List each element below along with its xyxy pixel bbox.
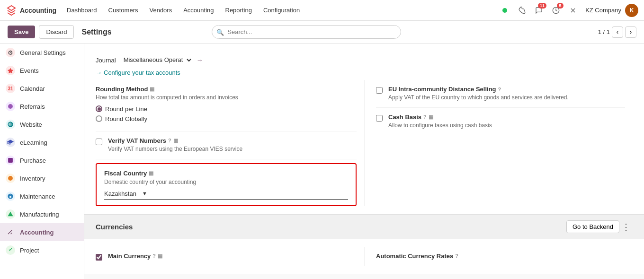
- nav-icons: 11 5 KZ Company K: [498, 4, 638, 17]
- prev-page-button[interactable]: ‹: [612, 26, 623, 38]
- chat-icon[interactable]: 11: [532, 4, 546, 17]
- sidebar-item-events[interactable]: Events: [0, 61, 84, 79]
- brand-icon: [6, 5, 17, 16]
- sidebar-label-accounting: Accounting: [20, 229, 54, 236]
- sidebar-item-inventory[interactable]: Inventory: [0, 169, 84, 187]
- main-currency-grid-icon: ▦: [158, 253, 162, 259]
- eu-intra-content: EU Intra-community Distance Selling ? Ap…: [388, 86, 625, 102]
- page-title: Settings: [81, 28, 111, 36]
- settings-left-col: Rounding Method ▦ How total tax amount i…: [96, 80, 364, 206]
- top-navigation: Accounting Dashboard Customers Vendors A…: [0, 0, 644, 21]
- rounding-method-content: Rounding Method ▦ How total tax amount i…: [96, 86, 357, 125]
- more-options-button[interactable]: ⋮: [619, 220, 633, 234]
- sidebar-label-website: Website: [20, 121, 42, 128]
- phone-icon[interactable]: [515, 4, 528, 17]
- toolbar: Save Discard Settings 🔍 1 / 1 ‹ ›: [0, 21, 644, 44]
- journal-label: Journal: [96, 57, 116, 64]
- next-page-button[interactable]: ›: [625, 26, 636, 38]
- nav-configuration[interactable]: Configuration: [259, 5, 304, 16]
- sidebar-item-manufacturing[interactable]: Manufacturing: [0, 205, 84, 223]
- journal-arrow-icon[interactable]: →: [197, 56, 203, 64]
- fiscal-country-dropdown-icon: ▼: [142, 191, 147, 196]
- sidebar-label-maintenance: Maintenance: [20, 193, 55, 200]
- cash-basis-content: Cash Basis ? ▦ Allow to configure taxes …: [388, 113, 625, 130]
- verify-vat-checkbox[interactable]: [96, 139, 102, 145]
- main-currency-label: Main Currency ? ▦: [108, 253, 357, 260]
- nav-dashboard[interactable]: Dashboard: [62, 5, 102, 16]
- search-icon: 🔍: [216, 28, 224, 35]
- search-bar: 🔍: [212, 25, 401, 39]
- rounding-method-item: Rounding Method ▦ How total tax amount i…: [96, 80, 357, 131]
- svg-marker-10: [8, 211, 13, 216]
- eu-intra-item: EU Intra-community Distance Selling ? Ap…: [376, 80, 625, 108]
- sidebar-item-accounting[interactable]: Accounting: [0, 223, 84, 241]
- purchase-icon: [6, 156, 15, 165]
- currencies-section-header: Currencies Go to Backend ⋮: [84, 214, 644, 239]
- discard-button[interactable]: Discard: [39, 25, 74, 39]
- auto-currency-question-icon: ?: [455, 253, 458, 259]
- search-input[interactable]: [212, 25, 401, 39]
- nav-accounting[interactable]: Accounting: [179, 5, 218, 16]
- manufacturing-icon: [6, 209, 15, 219]
- sidebar-label-events: Events: [20, 67, 39, 74]
- elearning-icon: [6, 138, 15, 147]
- fiscal-country-label: Fiscal Country ▦: [104, 170, 348, 177]
- save-button[interactable]: Save: [8, 26, 35, 38]
- sidebar-item-website[interactable]: Website: [0, 115, 84, 133]
- nav-reporting[interactable]: Reporting: [221, 5, 257, 16]
- svg-point-9: [8, 176, 13, 181]
- journal-select[interactable]: Miscellaneous Operat: [120, 55, 193, 65]
- round-globally-radio[interactable]: [96, 115, 102, 122]
- round-per-line-label: Round per Line: [105, 105, 147, 113]
- settings-right-col: EU Intra-community Distance Selling ? Ap…: [364, 80, 633, 206]
- calendar-icon: 31: [6, 84, 15, 93]
- fiscal-country-desc: Domestic country of your accounting: [104, 179, 348, 185]
- sidebar-item-elearning[interactable]: eLearning: [0, 133, 84, 151]
- cash-basis-grid-icon: ▦: [429, 114, 433, 120]
- settings-grid: Rounding Method ▦ How total tax amount i…: [96, 80, 633, 206]
- eu-intra-question-icon: ?: [498, 87, 501, 92]
- fiscal-country-text: Fiscal Country: [104, 170, 147, 177]
- avatar[interactable]: K: [625, 4, 638, 17]
- sidebar-item-purchase[interactable]: Purchase: [0, 151, 84, 169]
- clock-icon[interactable]: 5: [549, 4, 563, 17]
- auto-currency-label: Automatic Currency Rates ?: [376, 253, 625, 260]
- auto-currency-text: Automatic Currency Rates: [376, 253, 453, 260]
- close-icon[interactable]: [566, 4, 580, 17]
- auto-currency-item: Automatic Currency Rates ?: [376, 247, 625, 265]
- sidebar-label-manufacturing: Manufacturing: [20, 211, 59, 218]
- eu-intra-checkbox[interactable]: [376, 87, 383, 94]
- sidebar-item-referrals[interactable]: Referrals: [0, 97, 84, 115]
- svg-marker-3: [8, 68, 14, 73]
- sidebar-item-maintenance[interactable]: Maintenance: [0, 187, 84, 205]
- company-name: KZ Company: [585, 7, 621, 14]
- main-currency-text: Main Currency: [108, 253, 151, 260]
- brand[interactable]: Accounting: [6, 5, 56, 16]
- sidebar-item-project[interactable]: Project: [0, 241, 84, 259]
- brand-label: Accounting: [20, 7, 56, 14]
- currencies-grid: Main Currency ? ▦: [96, 247, 633, 266]
- round-globally-label: Round Globally: [105, 115, 147, 122]
- main-currency-checkbox[interactable]: [96, 254, 102, 261]
- sidebar-item-calendar[interactable]: 31 Calendar: [0, 79, 84, 97]
- verify-vat-text: Verify VAT Numbers: [108, 137, 166, 144]
- nav-vendors[interactable]: Vendors: [144, 5, 177, 16]
- accounting-icon: [6, 227, 15, 237]
- round-globally-option[interactable]: Round Globally: [96, 115, 357, 122]
- cash-basis-checkbox[interactable]: [376, 115, 383, 122]
- configure-tax-accounts-link[interactable]: → Configure your tax accounts: [96, 67, 633, 80]
- round-per-line-radio[interactable]: [96, 105, 102, 112]
- verify-vat-content: Verify VAT Numbers ? ▦ Verify VAT number…: [108, 137, 357, 153]
- sidebar-label-elearning: eLearning: [20, 139, 47, 146]
- inventory-icon: [6, 174, 15, 183]
- nav-customers[interactable]: Customers: [104, 5, 143, 16]
- fiscal-country-select[interactable]: Kazakhstan ▼: [104, 190, 348, 200]
- sidebar-label-project: Project: [20, 247, 39, 254]
- pagination-text: 1 / 1: [598, 28, 610, 35]
- verify-vat-desc: Verify VAT numbers using the European VI…: [108, 145, 357, 153]
- svg-rect-8: [8, 158, 13, 163]
- sidebar-item-general-settings[interactable]: ⚙ General Settings: [0, 44, 84, 61]
- go-to-backend-button[interactable]: Go to Backend: [566, 220, 619, 233]
- round-per-line-option[interactable]: Round per Line: [96, 105, 357, 113]
- sidebar-label-inventory: Inventory: [20, 175, 45, 182]
